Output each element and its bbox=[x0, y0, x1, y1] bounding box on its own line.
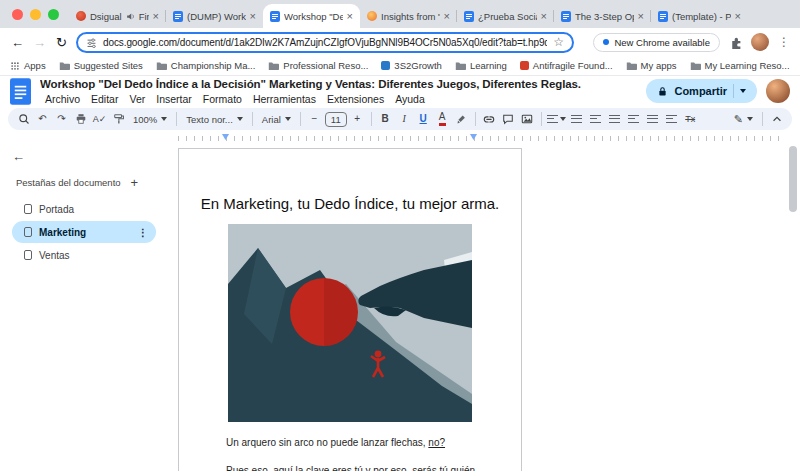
site-info-icon[interactable] bbox=[86, 37, 97, 48]
close-tab-icon[interactable]: × bbox=[153, 11, 159, 22]
doc-image-illustration[interactable] bbox=[228, 224, 472, 422]
bookmark-antifragile[interactable]: Antifragile Found... bbox=[520, 60, 613, 71]
tab-dsigual[interactable]: Dsigual Fin d... × bbox=[69, 4, 166, 28]
editing-mode-button[interactable]: ✎ bbox=[730, 113, 757, 126]
tab-page-icon bbox=[24, 204, 32, 214]
close-window-button[interactable] bbox=[12, 9, 23, 20]
font-size-increase-button[interactable]: + bbox=[349, 110, 366, 128]
tab-options-icon[interactable]: ⋮ bbox=[138, 227, 148, 238]
add-document-tab-button[interactable]: + bbox=[130, 176, 138, 189]
doc-paragraph-1[interactable]: Un arquero sin arco no puede lanzar flec… bbox=[226, 436, 495, 450]
bookmark-star-icon[interactable]: ☆ bbox=[553, 36, 564, 48]
tab-prueba-social[interactable]: ¿Prueba Social? - D... × bbox=[457, 4, 554, 28]
text-color-button[interactable]: A bbox=[434, 110, 451, 128]
menu-bar: Archivo Editar Ver Insertar Formato Herr… bbox=[40, 92, 646, 106]
checklist-button[interactable] bbox=[587, 110, 604, 128]
clear-formatting-button[interactable]: Tx bbox=[682, 110, 699, 128]
minimize-window-button[interactable] bbox=[30, 9, 41, 20]
menu-editar[interactable]: Editar bbox=[86, 92, 123, 106]
tab-insights[interactable]: Insights from "How ... × bbox=[360, 4, 457, 28]
redo-button[interactable]: ↷ bbox=[53, 110, 70, 128]
folder-icon bbox=[268, 61, 279, 71]
google-docs-favicon bbox=[561, 11, 571, 22]
new-chrome-button[interactable]: New Chrome available bbox=[593, 33, 720, 52]
decrease-indent-button[interactable] bbox=[644, 110, 661, 128]
bookmark-3s2growth[interactable]: 3S2Growth bbox=[381, 60, 442, 71]
bookmark-learning[interactable]: Learning bbox=[455, 60, 507, 71]
close-tab-icon[interactable]: × bbox=[250, 11, 256, 22]
back-arrow-icon[interactable]: ← bbox=[12, 148, 32, 163]
document-page[interactable]: En Marketing, tu Dedo Índice, tu mejor a… bbox=[178, 148, 522, 471]
bookmark-apps[interactable]: Apps bbox=[10, 60, 46, 71]
highlight-color-button[interactable] bbox=[453, 110, 470, 128]
close-tab-icon[interactable]: × bbox=[638, 11, 644, 22]
maximize-window-button[interactable] bbox=[48, 9, 59, 20]
paint-format-button[interactable] bbox=[110, 110, 127, 128]
reload-button[interactable]: ↻ bbox=[54, 36, 69, 49]
align-button[interactable] bbox=[547, 110, 566, 128]
spellcheck-button[interactable]: A✓ bbox=[91, 110, 108, 128]
tab-template-pre[interactable]: (Template) - Pre-Di... × bbox=[651, 4, 748, 28]
menu-ver[interactable]: Ver bbox=[124, 92, 150, 106]
italic-button[interactable]: I bbox=[396, 110, 413, 128]
tab-3-step-opener[interactable]: The 3-Step Opener ... × bbox=[554, 4, 651, 28]
site-favicon bbox=[520, 61, 529, 70]
menu-herramientas[interactable]: Herramientas bbox=[248, 92, 321, 106]
font-size-value[interactable]: 11 bbox=[325, 112, 347, 127]
site-favicon bbox=[381, 61, 390, 70]
close-tab-icon[interactable]: × bbox=[444, 11, 450, 22]
menu-ayuda[interactable]: Ayuda bbox=[390, 92, 430, 106]
hide-menus-button[interactable] bbox=[768, 110, 785, 128]
tab-workshop-active[interactable]: Workshop "Del Dedo ... × bbox=[263, 4, 360, 28]
sidebar-item-portada[interactable]: Portada bbox=[12, 198, 156, 220]
share-button[interactable]: Compartir bbox=[646, 79, 757, 103]
close-tab-icon[interactable]: × bbox=[347, 11, 353, 22]
bold-button[interactable]: B bbox=[377, 110, 394, 128]
document-title[interactable]: Workshop "Del Dedo Índice a la Decisión"… bbox=[40, 78, 646, 91]
profile-avatar[interactable] bbox=[751, 33, 769, 51]
google-docs-logo[interactable] bbox=[10, 78, 31, 105]
line-spacing-button[interactable] bbox=[568, 110, 585, 128]
add-comment-button[interactable] bbox=[500, 110, 517, 128]
browser-menu-icon[interactable]: ⋮ bbox=[778, 36, 790, 48]
audio-playing-icon[interactable] bbox=[126, 12, 135, 21]
menu-insertar[interactable]: Insertar bbox=[151, 92, 197, 106]
sidebar-item-ventas[interactable]: Ventas bbox=[12, 244, 156, 266]
bookmark-my-apps[interactable]: My apps bbox=[626, 60, 677, 71]
font-size-decrease-button[interactable]: − bbox=[306, 110, 323, 128]
undo-button[interactable]: ↶ bbox=[34, 110, 51, 128]
forward-button[interactable]: → bbox=[32, 36, 47, 49]
close-tab-icon[interactable]: × bbox=[541, 11, 547, 22]
underline-button[interactable]: U bbox=[415, 110, 432, 128]
scrollbar-thumb[interactable] bbox=[789, 146, 797, 212]
bulleted-list-button[interactable] bbox=[625, 110, 642, 128]
bookmark-professional[interactable]: Professional Reso... bbox=[268, 60, 368, 71]
user-avatar[interactable] bbox=[766, 79, 790, 103]
increase-indent-button[interactable] bbox=[663, 110, 680, 128]
menu-archivo[interactable]: Archivo bbox=[40, 92, 85, 106]
doc-paragraph-2[interactable]: Pues eso, aquí la clave eres tú y por es… bbox=[226, 464, 495, 471]
tab-dump-workshop[interactable]: (DUMP) Workshop ... × bbox=[166, 4, 263, 28]
print-button[interactable] bbox=[72, 110, 89, 128]
search-menus-button[interactable] bbox=[15, 110, 32, 128]
zoom-select[interactable]: 100% bbox=[129, 114, 171, 125]
insert-image-button[interactable] bbox=[519, 110, 536, 128]
bookmark-suggested-sites[interactable]: Suggested Sites bbox=[59, 60, 143, 71]
bookmark-my-learning[interactable]: My Learning Reso... bbox=[690, 60, 790, 71]
menu-extensiones[interactable]: Extensiones bbox=[322, 92, 389, 106]
menu-formato[interactable]: Formato bbox=[198, 92, 247, 106]
bookmark-championship[interactable]: Championship Ma... bbox=[156, 60, 255, 71]
sidebar-item-marketing[interactable]: Marketing ⋮ bbox=[12, 221, 156, 243]
extensions-puzzle-icon[interactable] bbox=[729, 36, 742, 49]
share-dropdown-icon[interactable] bbox=[740, 89, 746, 93]
font-select[interactable]: Arial bbox=[258, 114, 295, 125]
ruler bbox=[0, 132, 800, 144]
back-button[interactable]: ← bbox=[10, 36, 25, 49]
insert-link-button[interactable] bbox=[481, 110, 498, 128]
url-bar[interactable]: docs.google.com/document/d/1ak2DIw2K7AmZ… bbox=[76, 32, 574, 53]
google-docs-favicon bbox=[658, 11, 668, 22]
numbered-list-button[interactable] bbox=[606, 110, 623, 128]
doc-heading[interactable]: En Marketing, tu Dedo Índice, tu mejor a… bbox=[187, 195, 513, 212]
close-tab-icon[interactable]: × bbox=[735, 11, 741, 22]
styles-select[interactable]: Texto nor... bbox=[182, 114, 246, 125]
